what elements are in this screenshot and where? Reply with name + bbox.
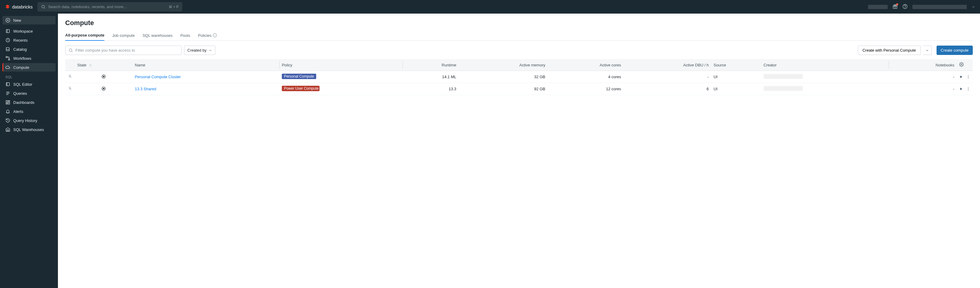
cell-memory: 92 GB (459, 83, 547, 95)
sidebar-item-label: Workflows (13, 56, 31, 60)
svg-point-15 (69, 49, 72, 52)
sidebar-item-workflows[interactable]: Workflows (2, 54, 56, 62)
running-icon (101, 74, 106, 79)
pin-button[interactable] (68, 86, 72, 91)
play-icon (959, 75, 963, 79)
svg-rect-8 (8, 59, 10, 60)
sidebar: New Workspace Recents Catalog Workflows … (0, 14, 58, 100)
sidebar-item-compute[interactable]: Compute (2, 63, 56, 72)
tab-all-purpose[interactable]: All-purpose compute (65, 33, 104, 41)
help-button[interactable] (902, 4, 908, 10)
col-memory[interactable]: Active memory (459, 59, 547, 71)
chevron-down-icon (925, 49, 929, 52)
start-button[interactable] (959, 87, 963, 91)
create-compute-button[interactable]: Create compute (937, 46, 973, 55)
col-label: Name (135, 63, 145, 67)
sidebar-item-label: Recents (13, 38, 28, 43)
dashboard-icon (5, 100, 10, 100)
sidebar-item-catalog[interactable]: Catalog (2, 45, 56, 53)
sidebar-item-dashboards[interactable]: Dashboards (2, 98, 56, 100)
svg-point-0 (42, 5, 45, 8)
svg-rect-5 (6, 30, 10, 33)
sidebar-item-label: Workspace (13, 29, 33, 33)
filter-input-wrap[interactable] (65, 46, 181, 55)
policy-badge: Personal Compute (282, 74, 316, 79)
cell-dbu: 6 (624, 83, 711, 95)
compute-table: State Name Policy Runtime Active memory … (65, 59, 973, 95)
cell-cores: 12 cores (547, 83, 624, 95)
sidebar-item-recents[interactable]: Recents (2, 36, 56, 45)
pin-button[interactable] (68, 74, 72, 78)
col-state[interactable]: State (75, 59, 132, 71)
book-icon (5, 47, 10, 52)
col-label: Active cores (600, 63, 621, 67)
filter-input[interactable] (75, 48, 178, 53)
compute-tabs: All-purpose compute Job compute SQL ware… (65, 33, 973, 41)
table-row[interactable]: 13.3 Shared Power User Compute 13.3 92 G… (65, 83, 973, 95)
notification-dot (896, 3, 898, 5)
svg-point-20 (968, 76, 969, 77)
tab-job-compute[interactable]: Job compute (112, 33, 135, 40)
col-name[interactable]: Name (132, 59, 279, 71)
col-notebooks[interactable]: Notebooks (889, 59, 957, 71)
col-label: State (77, 63, 86, 67)
sidebar-item-label: Catalog (13, 47, 27, 52)
table-row[interactable]: Personal Compute Cluster Personal Comput… (65, 71, 973, 83)
create-personal-button[interactable]: Create with Personal Compute (858, 46, 920, 55)
search-input[interactable] (48, 5, 166, 9)
pin-off-icon (68, 74, 72, 78)
cluster-name-link[interactable]: Personal Compute Cluster (135, 75, 181, 79)
main-content: Compute All-purpose compute Job compute … (58, 14, 980, 100)
create-personal-dropdown[interactable] (923, 46, 932, 55)
play-icon (959, 87, 963, 91)
sidebar-item-sql-editor[interactable]: SQL Editor (2, 80, 56, 88)
brand-logo[interactable]: databricks (5, 4, 33, 10)
cell-cores: 4 cores (547, 71, 624, 83)
col-label: Runtime (442, 63, 456, 67)
cluster-name-link[interactable]: 13.3 Shared (135, 87, 156, 91)
new-button[interactable]: New (2, 16, 56, 24)
col-policy[interactable]: Policy (279, 59, 402, 71)
sidebar-item-label: Dashboards (13, 100, 34, 101)
cell-notebooks: - (889, 83, 957, 95)
queries-icon (5, 91, 10, 96)
cloud-icon (5, 65, 10, 70)
toolbar: Created by Create with Personal Compute … (65, 46, 973, 55)
col-settings[interactable] (957, 59, 973, 71)
topbar: databricks ⌘ + P (0, 0, 980, 14)
col-cores[interactable]: Active cores (547, 59, 624, 71)
gear-icon (959, 62, 964, 67)
row-menu-button[interactable] (966, 87, 970, 91)
global-search[interactable]: ⌘ + P (37, 2, 182, 11)
svg-point-18 (103, 76, 104, 77)
svg-point-23 (103, 88, 104, 89)
col-source[interactable]: Source (711, 59, 761, 71)
whats-new-button[interactable] (892, 4, 897, 10)
col-creator[interactable]: Creator (761, 59, 889, 71)
tab-sql-warehouses[interactable]: SQL warehouses (142, 33, 172, 40)
info-icon (213, 33, 217, 37)
col-label: Notebooks (935, 63, 955, 67)
created-by-dropdown[interactable]: Created by (184, 46, 215, 55)
row-menu-button[interactable] (966, 75, 970, 79)
created-by-label: Created by (188, 48, 207, 53)
start-button[interactable] (959, 75, 963, 79)
col-label: Active DBU / h (683, 63, 709, 67)
tab-pools[interactable]: Pools (180, 33, 190, 40)
user-menu-chevron[interactable] (972, 5, 975, 9)
col-runtime[interactable]: Runtime (402, 59, 459, 71)
tab-label: Policies (198, 33, 212, 38)
editor-icon (5, 82, 10, 87)
svg-rect-7 (6, 56, 7, 58)
running-icon (101, 86, 106, 91)
tab-policies[interactable]: Policies (198, 33, 217, 40)
sidebar-item-queries[interactable]: Queries (2, 89, 56, 97)
sidebar-item-label: Compute (13, 65, 29, 70)
col-dbu[interactable]: Active DBU / h (624, 59, 711, 71)
cell-runtime: 13.3 (402, 83, 459, 95)
cell-dbu: - (624, 71, 711, 83)
cell-runtime: 14.1 ML (402, 71, 459, 83)
sidebar-item-workspace[interactable]: Workspace (2, 27, 56, 35)
svg-rect-9 (6, 83, 10, 86)
sidebar-item-label: SQL Editor (13, 82, 32, 87)
